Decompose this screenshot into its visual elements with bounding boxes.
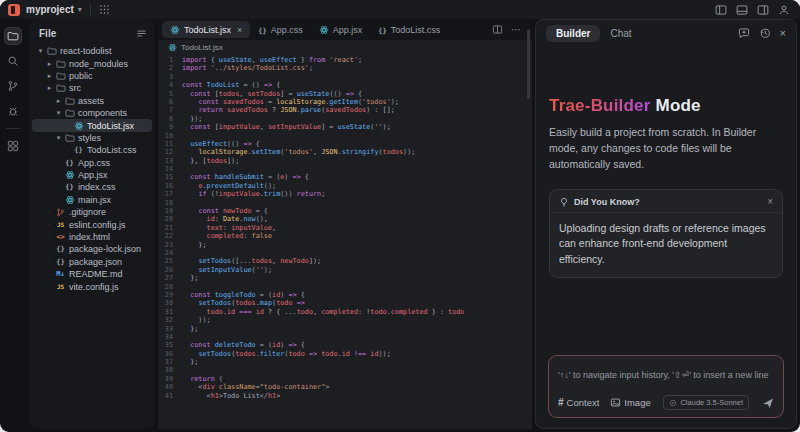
editor-tab-todolist-css[interactable]: {}TodoList.css — [370, 21, 448, 38]
file-bullet: · — [63, 146, 72, 155]
tree-item-app-jsx[interactable]: ·App.jsx — [32, 169, 152, 181]
code-line: 33 }; — [158, 325, 532, 333]
tip-body: Uploading design drafts or reference ima… — [550, 213, 782, 277]
js-icon: JS — [54, 283, 67, 290]
code-area[interactable]: 1import { useState, useEffect } from 're… — [158, 54, 532, 429]
chevron-down-icon: ▾ — [36, 47, 45, 55]
file-bullet: · — [54, 195, 63, 204]
activity-bar — [0, 19, 26, 429]
code-line: 29 const toggleTodo = (id) => { — [158, 291, 532, 299]
apps-grid-icon[interactable] — [99, 4, 110, 15]
git-icon — [54, 208, 67, 217]
chat-input[interactable] — [558, 370, 774, 380]
panel-right-icon[interactable] — [757, 4, 769, 16]
tab-chat[interactable]: Chat — [600, 25, 641, 42]
tree-item-todolist-css[interactable]: ·{}TodoList.css — [32, 144, 152, 156]
file-label: README.md — [69, 269, 123, 279]
hash-icon: # — [558, 397, 564, 408]
code-line: 2import '../styles/TodoList.css'; — [158, 64, 532, 72]
code-line: 7 return savedTodos ? JSON.parse(savedTo… — [158, 106, 532, 114]
file-label: App.css — [78, 158, 110, 168]
tree-item--gitignore[interactable]: ·.gitignore — [32, 206, 152, 218]
panel-bottom-icon[interactable] — [736, 4, 748, 16]
tree-item-components[interactable]: ▾components — [32, 107, 152, 119]
tree-item-src[interactable]: ▸src — [32, 82, 152, 94]
new-chat-icon[interactable] — [738, 27, 750, 39]
tree-item-node-modules[interactable]: ▸node_modules — [32, 57, 152, 69]
chevron-down-icon[interactable]: ▾ — [78, 5, 82, 14]
file-label: styles — [78, 133, 101, 143]
folder-icon — [54, 71, 67, 81]
tree-item-react-todolist[interactable]: ▾react-todolist — [32, 45, 152, 57]
image-button[interactable]: Image — [610, 397, 650, 408]
account-icon[interactable] — [778, 4, 790, 16]
debug-icon[interactable] — [4, 102, 22, 120]
code-line: 40 <div className="todo-container"> — [158, 383, 532, 391]
more-actions-icon[interactable]: ⋯ — [511, 24, 522, 35]
tree-item-app-css[interactable]: ·{}App.css — [32, 157, 152, 169]
split-editor-icon[interactable] — [492, 24, 503, 35]
tree-item-index-html[interactable]: ·<>index.html — [32, 231, 152, 243]
tree-item-index-css[interactable]: ·{}index.css — [32, 181, 152, 193]
code-editor: TodoList.jsx×{}App.cssApp.jsx{}TodoList.… — [158, 19, 532, 429]
tree-item-package-lock-json[interactable]: ·{}package-lock.json — [32, 243, 152, 255]
titlebar-right-icons — [715, 4, 790, 16]
folder-icon — [45, 46, 58, 56]
folder-icon — [63, 96, 76, 106]
context-button[interactable]: # Context — [558, 397, 599, 408]
editor-tab-strip: TodoList.jsx×{}App.cssApp.jsx{}TodoList.… — [158, 19, 532, 40]
tree-item-vite-config-js[interactable]: ·JSvite.config.js — [32, 280, 152, 292]
file-label: TodoList.jsx — [87, 121, 134, 131]
code-line: 18 — [158, 199, 532, 207]
close-icon[interactable]: × — [780, 27, 786, 39]
tab-label: TodoList.jsx — [184, 25, 231, 35]
tree-item-assets[interactable]: ▸assets — [32, 95, 152, 107]
extensions-icon[interactable] — [4, 137, 22, 155]
chat-input-box[interactable]: # Context Image Claude 3.5-Sonnet — [548, 355, 784, 418]
code-line: 27 }; — [158, 274, 532, 282]
editor-tab-app-jsx[interactable]: App.jsx — [311, 21, 371, 38]
code-line: 9 const [inputValue, setInputValue] = us… — [158, 123, 532, 131]
react-icon — [63, 195, 76, 205]
tab-label: TodoList.css — [391, 25, 441, 35]
folder-icon — [63, 133, 76, 143]
editor-tab-app-css[interactable]: {}App.css — [250, 21, 310, 38]
source-control-icon[interactable] — [4, 77, 22, 95]
tree-item-styles[interactable]: ▾styles — [32, 132, 152, 144]
history-icon[interactable] — [759, 27, 771, 39]
project-name[interactable]: myproject — [26, 4, 74, 15]
send-icon[interactable] — [762, 397, 774, 409]
folder-icon — [54, 83, 67, 93]
code-line: 30 setTodos(todos.map(todo => — [158, 299, 532, 307]
file-explorer: File ▾react-todolist▸node_modules▸public… — [29, 19, 155, 429]
code-line: 41 <h1>Todo List</h1> — [158, 392, 532, 400]
braces-icon: {} — [258, 25, 266, 35]
editor-scrollbar[interactable] — [527, 29, 530, 99]
tree-item-package-json[interactable]: ·{}package.json — [32, 256, 152, 268]
code-line: 19 const newTodo = { — [158, 207, 532, 215]
builder-header-icons: × — [738, 27, 786, 39]
tree-item-public[interactable]: ▸public — [32, 70, 152, 82]
search-icon[interactable] — [4, 52, 22, 70]
tree-item-readme-md[interactable]: ·M↓README.md — [32, 268, 152, 280]
trae-logo-icon[interactable] — [8, 4, 20, 16]
image-icon — [610, 397, 621, 408]
panel-left-icon[interactable] — [715, 4, 727, 16]
breadcrumb[interactable]: TodoList.jsx — [158, 40, 532, 54]
close-tab-icon[interactable]: × — [237, 25, 242, 35]
code-line: 39 return ( — [158, 375, 532, 383]
editor-tab-todolist-jsx[interactable]: TodoList.jsx× — [162, 21, 250, 38]
model-selector[interactable]: Claude 3.5-Sonnet — [663, 395, 749, 410]
tab-builder[interactable]: Builder — [546, 25, 600, 42]
file-bullet: · — [63, 121, 72, 130]
tree-item-eslint-config-js[interactable]: ·JSeslint.config.js — [32, 218, 152, 230]
tree-item-todolist-jsx[interactable]: ·TodoList.jsx — [32, 119, 152, 131]
code-line: 6 const savedTodos = localStorage.getIte… — [158, 98, 532, 106]
code-line: 1import { useState, useEffect } from 're… — [158, 56, 532, 64]
explorer-options-icon[interactable] — [136, 28, 147, 39]
tree-item-main-jsx[interactable]: ·main.jsx — [32, 194, 152, 206]
files-icon[interactable] — [4, 27, 22, 45]
chevron-right-icon: ▸ — [45, 72, 54, 80]
file-label: src — [69, 83, 81, 93]
tip-close-icon[interactable]: × — [767, 196, 773, 207]
